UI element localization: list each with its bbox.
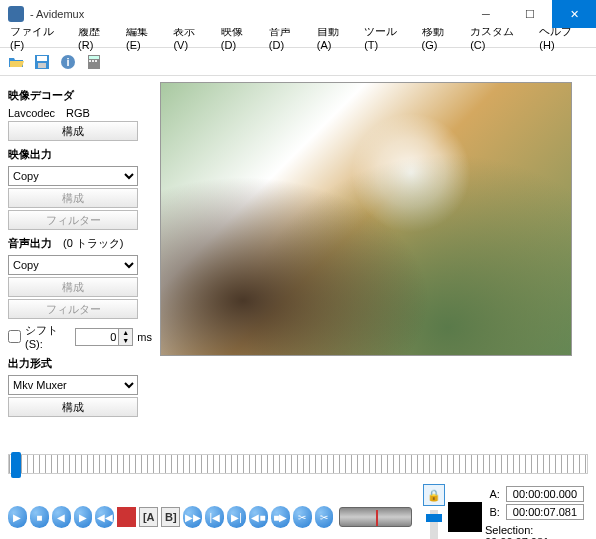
video-out-heading: 映像出力 xyxy=(8,147,152,162)
set-a-button[interactable]: [A xyxy=(139,507,158,527)
svg-rect-8 xyxy=(92,60,94,62)
save-icon[interactable] xyxy=(30,51,54,73)
video-canvas xyxy=(160,82,572,356)
format-configure-button[interactable]: 構成 xyxy=(8,397,138,417)
titlebar: - Avidemux ─ ☐ ✕ xyxy=(0,0,596,28)
shift-checkbox[interactable] xyxy=(8,330,21,343)
format-heading: 出力形式 xyxy=(8,356,152,371)
open-icon[interactable] xyxy=(4,51,28,73)
ms-label: ms xyxy=(137,331,152,343)
video-configure-button[interactable]: 構成 xyxy=(8,188,138,208)
seek-thumb[interactable] xyxy=(11,452,21,478)
prev-kf-button[interactable]: ◀◀ xyxy=(95,506,114,528)
jog-wheel[interactable] xyxy=(339,507,411,527)
spin-down-icon[interactable]: ▼ xyxy=(118,337,132,345)
thumbnail xyxy=(448,502,482,532)
audio-configure-button[interactable]: 構成 xyxy=(8,277,138,297)
shift-label: シフト(S): xyxy=(25,323,71,350)
svg-rect-2 xyxy=(38,63,46,68)
info-icon[interactable]: i xyxy=(56,51,80,73)
rgb-label: RGB xyxy=(66,107,116,119)
close-button[interactable]: ✕ xyxy=(552,0,596,28)
svg-rect-6 xyxy=(89,56,99,59)
a-label: A: xyxy=(489,488,499,500)
menubar: ファイル(F) 履歴(R) 編集(E) 表示(V) 映像(D) 音声(D) 自動… xyxy=(0,28,596,48)
decoder-heading: 映像デコーダ xyxy=(8,88,152,103)
prev-black-button[interactable]: ◀■ xyxy=(249,506,268,528)
format-select[interactable]: Mkv Muxer xyxy=(8,375,138,395)
next-frame-button[interactable]: ▶ xyxy=(74,506,93,528)
set-b-button[interactable]: B] xyxy=(161,507,180,527)
decoder-configure-button[interactable]: 構成 xyxy=(8,121,138,141)
b-time: 00:00:07.081 xyxy=(506,504,584,520)
goto-start-button[interactable]: |◀ xyxy=(205,506,224,528)
prev-frame-button[interactable]: ◀ xyxy=(52,506,71,528)
play-button[interactable]: ▶ xyxy=(8,506,27,528)
audio-out-heading: 音声出力 (0 トラック) xyxy=(8,236,152,251)
spin-up-icon[interactable]: ▲ xyxy=(118,329,132,337)
shift-input[interactable] xyxy=(76,329,118,345)
record-icon[interactable] xyxy=(117,507,136,527)
next-black-button[interactable]: ■▶ xyxy=(271,506,290,528)
volume-slider[interactable] xyxy=(430,510,438,539)
next-cut-button[interactable]: ✂ xyxy=(315,506,334,528)
sidebar: 映像デコーダ Lavcodec RGB 構成 映像出力 Copy 構成 フィルタ… xyxy=(0,76,160,446)
app-icon xyxy=(8,6,24,22)
preview-area xyxy=(160,76,596,446)
svg-rect-9 xyxy=(95,60,97,62)
lavcodec-label: Lavcodec xyxy=(8,107,58,119)
prev-cut-button[interactable]: ✂ xyxy=(293,506,312,528)
selection-label: Selection: xyxy=(485,524,533,536)
seek-slider[interactable] xyxy=(8,454,588,474)
next-kf-button[interactable]: ▶▶ xyxy=(183,506,202,528)
b-label: B: xyxy=(489,506,499,518)
lock-button[interactable]: 🔒 xyxy=(423,484,445,506)
stop-button[interactable]: ■ xyxy=(30,506,49,528)
minimize-button[interactable]: ─ xyxy=(464,0,508,28)
a-time: 00:00:00.000 xyxy=(506,486,584,502)
goto-end-button[interactable]: ▶| xyxy=(227,506,246,528)
svg-rect-7 xyxy=(89,60,91,62)
svg-text:i: i xyxy=(66,56,69,68)
svg-rect-1 xyxy=(37,56,47,61)
video-out-select[interactable]: Copy xyxy=(8,166,138,186)
audio-out-select[interactable]: Copy xyxy=(8,255,138,275)
maximize-button[interactable]: ☐ xyxy=(508,0,552,28)
audio-filter-button[interactable]: フィルター xyxy=(8,299,138,319)
calculator-icon[interactable] xyxy=(82,51,106,73)
video-filter-button[interactable]: フィルター xyxy=(8,210,138,230)
window-title: - Avidemux xyxy=(30,8,84,20)
